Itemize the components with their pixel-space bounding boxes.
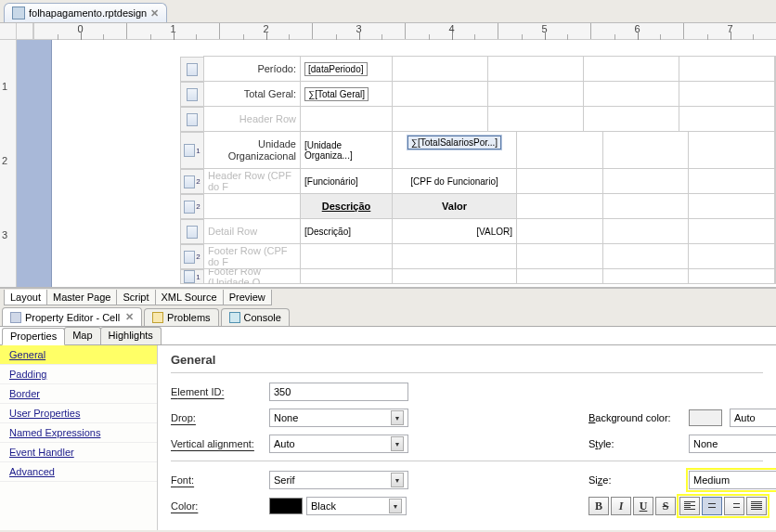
close-icon[interactable]: ✕ bbox=[125, 311, 134, 323]
align-right-icon bbox=[729, 501, 740, 511]
designer-tabs: Layout Master Page Script XML Source Pre… bbox=[0, 288, 776, 306]
tab-highlights[interactable]: Highlights bbox=[100, 327, 162, 344]
table-row[interactable]: Detail Row [Descrição] [VALOR] bbox=[180, 219, 776, 244]
table-row[interactable]: Total Geral: ∑[Total Geral] bbox=[180, 82, 776, 107]
tab-xml-source[interactable]: XML Source bbox=[155, 290, 224, 305]
row-handle[interactable]: 1 bbox=[180, 132, 204, 169]
row-handle[interactable]: 1 bbox=[180, 269, 204, 284]
data-cell[interactable] bbox=[392, 243, 517, 269]
table-row[interactable]: Header Row bbox=[180, 107, 776, 132]
row-handle[interactable]: 2 bbox=[180, 244, 204, 269]
sidebar-item-event-handler[interactable]: Event Handler bbox=[0, 443, 157, 462]
sidebar-item-advanced[interactable]: Advanced bbox=[0, 462, 157, 482]
label-cell[interactable]: Detail Row bbox=[203, 218, 301, 244]
column-header-valor[interactable]: Valor bbox=[392, 193, 517, 219]
row-icon bbox=[187, 63, 198, 76]
sidebar-item-padding[interactable]: Padding bbox=[0, 365, 157, 384]
data-cell[interactable] bbox=[392, 269, 517, 284]
table-row[interactable]: Período: [dataPeriodo] bbox=[180, 57, 776, 82]
data-cell[interactable] bbox=[300, 106, 393, 132]
column-header-descricao[interactable]: Descrição bbox=[300, 193, 393, 219]
row-icon bbox=[184, 201, 195, 214]
row-handle[interactable]: 2 bbox=[180, 169, 204, 194]
font-select[interactable]: Serif▼ bbox=[269, 471, 408, 489]
style-select[interactable]: None▼ bbox=[689, 435, 776, 453]
sidebar-item-named-expressions[interactable]: Named Expressions bbox=[0, 423, 157, 443]
strikethrough-button[interactable]: S bbox=[655, 497, 676, 515]
color-swatch[interactable] bbox=[269, 498, 303, 514]
file-tab[interactable]: folhapagamento.rptdesign ✕ bbox=[4, 3, 167, 22]
row-icon bbox=[184, 251, 195, 264]
bold-button[interactable]: B bbox=[588, 497, 609, 515]
label-cell[interactable]: Total Geral: bbox=[203, 81, 301, 107]
drop-select[interactable]: None▼ bbox=[269, 409, 408, 427]
canvas-gutter bbox=[17, 40, 52, 287]
data-cell[interactable]: [dataPeriodo] bbox=[300, 56, 393, 82]
tab-map[interactable]: Map bbox=[64, 327, 100, 344]
tab-properties[interactable]: Properties bbox=[2, 328, 65, 345]
row-handle[interactable]: 2 bbox=[180, 194, 204, 219]
element-id-input[interactable] bbox=[269, 383, 408, 401]
data-cell[interactable] bbox=[300, 243, 393, 269]
size-select[interactable]: Medium▼ bbox=[689, 471, 776, 489]
bgcolor-select[interactable]: Auto▼ bbox=[730, 409, 776, 427]
view-console[interactable]: Console bbox=[221, 308, 290, 326]
report-canvas[interactable]: Período: [dataPeriodo] Total Geral: ∑[To… bbox=[52, 40, 776, 287]
sidebar-item-general[interactable]: General bbox=[0, 345, 157, 365]
data-cell[interactable]: [CPF do Funcionario] bbox=[392, 168, 517, 194]
tab-layout[interactable]: Layout bbox=[4, 290, 47, 305]
data-cell-selected[interactable]: ∑[TotalSalariosPor...] bbox=[392, 131, 517, 169]
horizontal-ruler: 0 1 2 3 4 5 6 7 bbox=[0, 23, 776, 40]
view-label: Console bbox=[244, 312, 281, 323]
align-justify-button[interactable] bbox=[746, 497, 767, 515]
close-icon[interactable]: ✕ bbox=[150, 7, 159, 19]
property-editor-icon bbox=[10, 312, 21, 323]
align-right-button[interactable] bbox=[724, 497, 744, 515]
view-property-editor[interactable]: Property Editor - Cell ✕ bbox=[2, 307, 142, 326]
valign-select[interactable]: Auto▼ bbox=[269, 435, 408, 453]
table-row[interactable]: 2 Descrição Valor bbox=[180, 194, 776, 219]
bgcolor-swatch[interactable] bbox=[689, 409, 722, 426]
align-left-button[interactable] bbox=[679, 497, 700, 515]
data-cell[interactable]: [Descrição] bbox=[300, 218, 393, 244]
italic-button[interactable]: I bbox=[611, 497, 631, 515]
align-center-button[interactable] bbox=[702, 497, 722, 515]
color-select[interactable]: Black▼ bbox=[306, 497, 407, 515]
data-cell[interactable]: ∑[Total Geral] bbox=[300, 81, 393, 107]
view-label: Problems bbox=[167, 312, 210, 323]
property-categories: General Padding Border User Properties N… bbox=[0, 345, 158, 530]
label-cell[interactable]: Footer Row (CPF do F bbox=[203, 243, 301, 269]
table-row[interactable]: 1 Footer Row (Unidade O bbox=[180, 269, 776, 284]
label-cell[interactable]: Período: bbox=[203, 56, 301, 82]
label-cell[interactable]: Footer Row (Unidade O bbox=[203, 269, 301, 284]
align-left-icon bbox=[684, 501, 695, 511]
data-cell[interactable] bbox=[300, 269, 393, 284]
row-icon bbox=[184, 144, 195, 157]
bgcolor-label: Background color: bbox=[588, 412, 681, 423]
label-cell[interactable]: Header Row (CPF do F bbox=[203, 168, 301, 194]
view-problems[interactable]: Problems bbox=[144, 308, 218, 326]
row-handle[interactable] bbox=[180, 107, 204, 132]
style-label: Style: bbox=[588, 438, 681, 449]
tab-master-page[interactable]: Master Page bbox=[46, 290, 117, 305]
row-handle[interactable] bbox=[180, 82, 204, 107]
color-label: Color: bbox=[171, 500, 269, 512]
header-row-cell[interactable]: Header Row bbox=[203, 106, 301, 132]
label-cell[interactable] bbox=[203, 193, 301, 219]
data-cell[interactable]: [Unidade Organiza...] bbox=[300, 131, 393, 169]
table-row[interactable]: 1 UnidadeOrganizacional [Unidade Organiz… bbox=[180, 132, 776, 169]
table-row[interactable]: 2 Header Row (CPF do F [Funcionário] [CP… bbox=[180, 169, 776, 194]
tab-script[interactable]: Script bbox=[116, 290, 155, 305]
sidebar-item-user-properties[interactable]: User Properties bbox=[0, 404, 157, 423]
data-cell[interactable]: [VALOR] bbox=[392, 218, 517, 244]
row-handle[interactable] bbox=[180, 219, 204, 244]
tab-preview[interactable]: Preview bbox=[223, 290, 272, 305]
data-cell[interactable]: [Funcionário] bbox=[300, 168, 393, 194]
table-row[interactable]: 2 Footer Row (CPF do F bbox=[180, 244, 776, 269]
label-cell[interactable]: UnidadeOrganizacional bbox=[203, 131, 301, 169]
sidebar-item-border[interactable]: Border bbox=[0, 384, 157, 404]
underline-button[interactable]: U bbox=[633, 497, 653, 515]
file-tab-label: folhapagamento.rptdesign bbox=[29, 7, 147, 19]
align-justify-icon bbox=[751, 501, 762, 511]
row-handle[interactable] bbox=[180, 57, 204, 82]
